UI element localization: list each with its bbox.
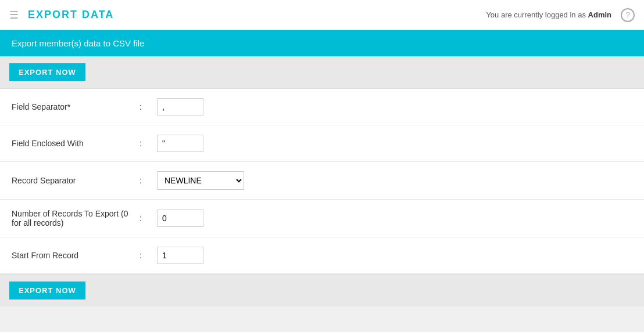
content-area: EXPORT NOW Field Separator* : Field Encl… [0,56,644,306]
start-from-record-input-wrapper [157,247,632,264]
num-records-label: Number of Records To Export (0 for all r… [12,209,139,228]
export-now-button-top[interactable]: EXPORT NOW [9,63,85,81]
page-title: EXPORT DATA [28,9,486,21]
field-enclosed-input[interactable] [157,135,203,152]
help-button[interactable]: ? [621,8,635,22]
num-records-row: Number of Records To Export (0 for all r… [0,200,644,237]
num-records-input[interactable] [157,210,203,227]
record-separator-select-wrapper: NEWLINE CRLF CR LF [157,171,632,190]
num-records-input-wrapper [157,210,632,227]
record-separator-row: Record Separator : NEWLINE CRLF CR LF [0,162,644,200]
field-separator-input[interactable] [157,98,203,116]
user-info: You are currently logged in as Admin [486,10,611,19]
record-separator-label: Record Separator [12,176,139,185]
field-separator-label: Field Separator* [12,102,139,111]
start-from-record-row: Start From Record : [0,237,644,274]
field-enclosed-input-wrapper [157,135,632,152]
bottom-toolbar: EXPORT NOW [0,274,644,306]
export-form: Field Separator* : Field Enclosed With : [0,89,644,274]
field-enclosed-colon: : [139,139,157,148]
field-separator-row: Field Separator* : [0,89,644,125]
help-icon: ? [625,10,629,19]
field-enclosed-row: Field Enclosed With : [0,125,644,162]
user-prefix-text: You are currently logged in as [486,10,586,19]
start-from-record-label: Start From Record [12,251,139,260]
record-separator-colon: : [139,176,157,185]
top-toolbar: EXPORT NOW [0,56,644,89]
num-records-colon: : [139,214,157,223]
banner: Export member(s) data to CSV file [0,30,644,56]
export-now-button-bottom[interactable]: EXPORT NOW [9,282,85,299]
menu-icon[interactable]: ☰ [9,9,19,21]
field-enclosed-label: Field Enclosed With [12,139,139,148]
field-separator-input-wrapper [157,98,632,116]
start-from-record-input[interactable] [157,247,203,264]
user-name-text: Admin [588,10,611,19]
field-separator-colon: : [139,102,157,111]
app-header: ☰ EXPORT DATA You are currently logged i… [0,0,644,30]
record-separator-select[interactable]: NEWLINE CRLF CR LF [157,171,244,190]
banner-text: Export member(s) data to CSV file [12,38,144,48]
start-from-record-colon: : [139,251,157,260]
